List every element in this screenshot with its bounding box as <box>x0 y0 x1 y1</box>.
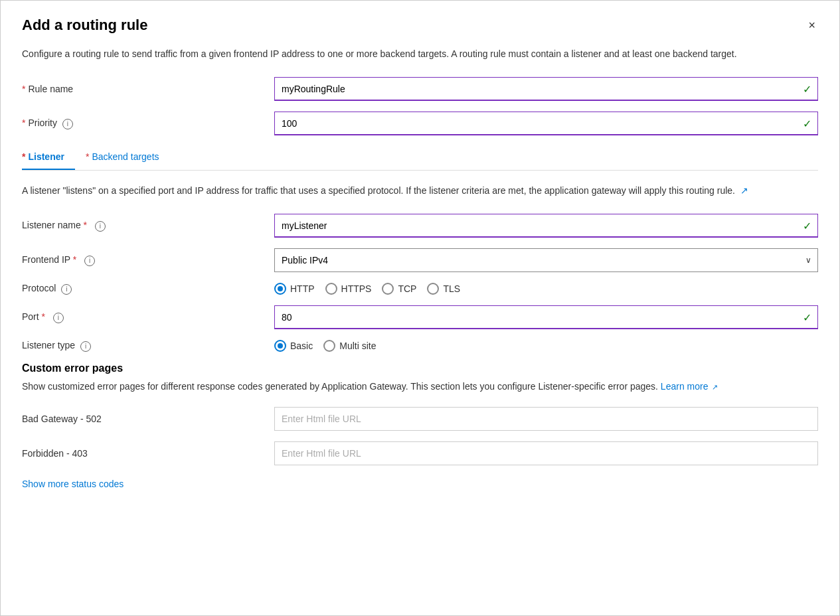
intro-text-part2: listener and at least one backend target… <box>572 48 737 59</box>
port-row: Port * i ✓ <box>22 305 818 329</box>
priority-check-icon: ✓ <box>803 117 811 130</box>
protocol-https-label[interactable]: HTTPS <box>325 283 372 295</box>
listener-type-basic-label[interactable]: Basic <box>274 340 313 352</box>
protocol-https-radio[interactable] <box>325 283 337 295</box>
rule-name-row: *Rule name ✓ <box>22 77 818 101</box>
forbidden-label: Forbidden - 403 <box>22 448 274 459</box>
protocol-row: Protocol i HTTP HTTPS TCP TLS <box>22 283 818 295</box>
protocol-radio-group: HTTP HTTPS TCP TLS <box>274 283 460 295</box>
port-input[interactable] <box>274 305 818 329</box>
close-button[interactable]: × <box>805 17 818 34</box>
listener-description: A listener "listens" on a specified port… <box>22 184 818 198</box>
protocol-tls-radio[interactable] <box>427 283 439 295</box>
forbidden-input[interactable] <box>274 441 818 465</box>
listener-name-info-icon[interactable]: i <box>95 221 106 232</box>
port-label: Port * i <box>22 311 274 323</box>
dialog-header: Add a routing rule × <box>22 17 818 34</box>
listener-name-required: * <box>84 220 87 230</box>
port-check-icon: ✓ <box>803 311 811 324</box>
frontend-ip-required: * <box>73 254 76 265</box>
listener-type-basic-radio[interactable] <box>274 340 286 352</box>
frontend-ip-label: Frontend IP * i <box>22 254 274 266</box>
custom-error-pages-section: Custom error pages Show customized error… <box>22 362 818 489</box>
rule-name-check-icon: ✓ <box>803 83 811 96</box>
protocol-info-icon[interactable]: i <box>61 284 72 295</box>
listener-name-check-icon: ✓ <box>803 220 811 232</box>
custom-error-heading: Custom error pages <box>22 362 818 374</box>
intro-description: Configure a routing rule to send traffic… <box>22 47 818 61</box>
bad-gateway-input[interactable] <box>274 407 818 431</box>
show-more-status-codes-link[interactable]: Show more status codes <box>22 479 124 489</box>
protocol-http-radio[interactable] <box>274 283 286 295</box>
listener-type-row: Listener type i Basic Multi site <box>22 340 818 352</box>
port-input-wrapper: ✓ <box>274 305 818 329</box>
tab-backend-targets[interactable]: *Backend targets <box>86 146 170 170</box>
protocol-label: Protocol i <box>22 283 274 295</box>
protocol-tls-label[interactable]: TLS <box>427 283 460 295</box>
dialog-title: Add a routing rule <box>22 17 147 34</box>
rule-name-required: * <box>22 84 25 94</box>
priority-row: *Priority i ✓ <box>22 112 818 135</box>
port-info-icon[interactable]: i <box>53 313 64 323</box>
listener-name-row: Listener name * i ✓ <box>22 214 818 238</box>
listener-type-multisite-radio[interactable] <box>323 340 335 352</box>
frontend-ip-row: Frontend IP * i Public IPv4 Private IPv4… <box>22 248 818 272</box>
priority-label: *Priority i <box>22 117 274 129</box>
listener-type-label: Listener type i <box>22 340 274 352</box>
frontend-ip-select[interactable]: Public IPv4 Private IPv4 <box>274 248 818 272</box>
priority-input-wrapper: ✓ <box>274 112 818 135</box>
listener-type-multisite-label[interactable]: Multi site <box>323 340 376 352</box>
listener-name-input-wrapper: ✓ <box>274 214 818 238</box>
listener-type-info-icon[interactable]: i <box>80 341 91 352</box>
custom-error-description: Show customized error pages for differen… <box>22 380 818 394</box>
protocol-tcp-radio[interactable] <box>382 283 394 295</box>
rule-name-input-wrapper: ✓ <box>274 77 818 101</box>
port-required: * <box>42 311 45 322</box>
protocol-http-label[interactable]: HTTP <box>274 283 315 295</box>
listener-name-label: Listener name * i <box>22 220 274 232</box>
listener-name-input[interactable] <box>274 214 818 238</box>
rule-name-input[interactable] <box>274 77 818 101</box>
priority-info-icon[interactable]: i <box>62 119 73 129</box>
frontend-ip-info-icon[interactable]: i <box>84 256 95 266</box>
protocol-tcp-label[interactable]: TCP <box>382 283 416 295</box>
rule-name-label: *Rule name <box>22 84 274 94</box>
learn-more-external-icon: ↗ <box>712 383 718 391</box>
frontend-ip-select-wrapper: Public IPv4 Private IPv4 ∨ <box>274 248 818 272</box>
forbidden-row: Forbidden - 403 <box>22 441 818 465</box>
tab-listener[interactable]: *Listener <box>22 146 75 170</box>
listener-type-radio-group: Basic Multi site <box>274 340 376 352</box>
add-routing-rule-dialog: Add a routing rule × Configure a routing… <box>0 0 840 616</box>
priority-required: * <box>22 117 25 128</box>
tabs-container: *Listener *Backend targets <box>22 146 818 170</box>
tabs-divider <box>22 170 818 171</box>
intro-text-part1: Configure a routing rule to send traffic… <box>22 48 572 59</box>
bad-gateway-row: Bad Gateway - 502 <box>22 407 818 431</box>
priority-input[interactable] <box>274 112 818 135</box>
listener-external-link[interactable]: ↗ <box>740 185 748 196</box>
learn-more-link[interactable]: Learn more ↗ <box>661 381 718 392</box>
bad-gateway-label: Bad Gateway - 502 <box>22 414 274 424</box>
